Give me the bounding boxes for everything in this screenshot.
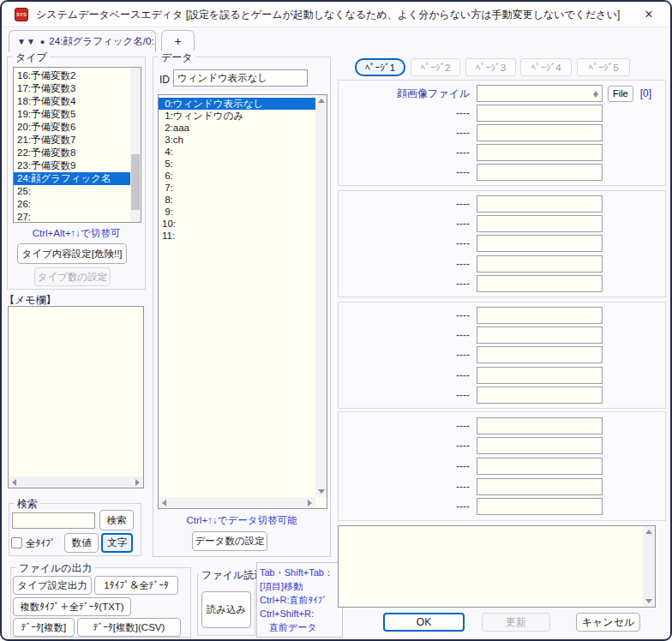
spinner-up-icon[interactable] (593, 88, 598, 94)
multi-type-all-data-txt-export-button[interactable]: 複数ﾀｲﾌﾟ＋全ﾃﾞｰﾀ(TXT) (13, 597, 131, 616)
scroll-left-arrow[interactable] (159, 497, 170, 508)
data-list-item[interactable]: 11: (159, 230, 327, 242)
type-switch-hint: Ctrl+Alt+↑↓で切替可 (7, 227, 146, 240)
scroll-down-arrow[interactable] (315, 486, 327, 497)
memo-textarea[interactable] (8, 306, 144, 488)
data-list-item[interactable]: 8: (159, 194, 327, 206)
scroll-up-arrow[interactable] (643, 526, 654, 537)
field-label: ---- (339, 127, 477, 139)
type-list[interactable]: 16:予備変数217:予備変数318:予備変数419:予備変数520:予備変数6… (13, 67, 141, 223)
field-input[interactable] (477, 458, 603, 475)
tab-page-2[interactable]: ﾍﾟｰｼﾞ2 (411, 58, 460, 76)
field-input[interactable] (477, 307, 603, 324)
field-input[interactable] (477, 367, 603, 384)
data-list-item[interactable]: 2:aaa (159, 122, 327, 134)
data-list-item[interactable]: 9: (159, 206, 327, 218)
scroll-left-arrow[interactable] (9, 476, 20, 488)
value-area-scrollbar[interactable] (643, 526, 655, 607)
type-list-item[interactable]: 19:予備変数5 (14, 108, 141, 121)
search-input[interactable] (12, 512, 95, 529)
data-multi-csv-export-button[interactable]: ﾃﾞｰﾀ[複数](CSV) (77, 618, 181, 637)
type-settings-export-button[interactable]: タイプ設定出力 (13, 576, 92, 595)
cancel-button[interactable]: キャンセル (576, 613, 640, 632)
field-input[interactable] (477, 275, 603, 292)
file-output-group-title: ファイルの出力 (16, 561, 94, 576)
tab-page-4[interactable]: ﾍﾟｰｼﾞ4 (520, 58, 572, 76)
field-input[interactable] (477, 417, 603, 434)
field-input[interactable] (477, 255, 603, 273)
type-content-settings-button[interactable]: タイプ内容設定[危険!!] (17, 243, 127, 264)
field-input[interactable] (477, 478, 603, 495)
type-list-item[interactable]: 24:顔グラフィック名 (14, 172, 141, 185)
scroll-right-arrow[interactable] (304, 497, 315, 508)
new-tab-button[interactable]: + (161, 30, 195, 51)
spinner-down-icon[interactable] (593, 94, 598, 100)
field-input[interactable] (477, 85, 603, 102)
field-label: ---- (339, 258, 477, 270)
scroll-up-arrow[interactable] (315, 95, 327, 106)
editor-tab-active[interactable]: ▼▼ ● 24:顔グラフィック名/0:... (9, 30, 156, 52)
scroll-right-arrow[interactable] (132, 476, 143, 488)
data-list-item[interactable]: 7: (159, 182, 327, 194)
data-id-input[interactable] (173, 69, 308, 87)
field-input[interactable] (477, 346, 603, 363)
field-input[interactable] (477, 386, 603, 404)
field-input[interactable] (477, 326, 603, 344)
data-count-settings-button[interactable]: データ数の設定 (192, 531, 267, 551)
type-list-item[interactable]: 20:予備変数6 (14, 121, 141, 134)
type-list-item[interactable]: 25: (14, 185, 141, 198)
type-list-item[interactable]: 26: (14, 198, 141, 211)
file-load-button[interactable]: 読み込み (201, 591, 251, 628)
type-list-scrollbar[interactable] (130, 68, 141, 222)
type-list-item[interactable]: 18:予備変数4 (14, 95, 141, 108)
tab-page-5[interactable]: ﾍﾟｰｼﾞ5 (577, 58, 630, 76)
search-button[interactable]: 検索 (99, 510, 134, 530)
field-input[interactable] (477, 144, 603, 161)
double-down-triangle-icon[interactable]: ▼▼ (17, 37, 36, 46)
data-multi-export-button[interactable]: ﾃﾞｰﾀ[複数] (13, 618, 75, 637)
field-label: ---- (339, 237, 477, 249)
field-input[interactable] (477, 105, 603, 122)
all-types-checkbox[interactable] (11, 537, 22, 548)
type-list-item[interactable]: 16:予備変数2 (14, 69, 141, 82)
value-textarea[interactable] (338, 525, 656, 608)
data-list[interactable]: 0:ウィンドウ表示なし 1:ウィンドウのみ 2:aaa 3:ch 4: 5: 6… (158, 94, 327, 509)
tab-page-3[interactable]: ﾍﾟｰｼﾞ3 (465, 58, 516, 76)
data-list-hscrollbar[interactable] (159, 497, 315, 508)
memo-hscrollbar[interactable] (9, 476, 143, 488)
field-input[interactable] (477, 195, 603, 213)
tab-page-1[interactable]: ﾍﾟｰｼﾞ1 (355, 58, 405, 76)
type-list-item[interactable]: 23:予備変数9 (14, 159, 141, 172)
text-search-button[interactable]: 文字 (101, 533, 133, 553)
field-input[interactable] (477, 164, 603, 181)
type-list-item[interactable]: 22:予備変数8 (14, 147, 141, 159)
data-list-item[interactable]: 5: (159, 158, 327, 170)
close-icon[interactable]: × (634, 3, 663, 26)
all-types-checkbox-label[interactable]: 全ﾀｲﾌﾟ (26, 537, 56, 550)
numeric-search-button[interactable]: 数値 (64, 533, 99, 553)
data-list-item[interactable]: 1:ウィンドウのみ (159, 110, 327, 122)
scroll-down-arrow[interactable] (643, 596, 654, 607)
spinner-control[interactable] (591, 87, 601, 100)
type-list-item[interactable]: 27: (14, 211, 141, 223)
data-list-item[interactable]: 3:ch (159, 134, 327, 146)
field-input[interactable] (477, 498, 603, 515)
data-list-item[interactable]: 0:ウィンドウ表示なし (159, 98, 327, 110)
field-input[interactable] (477, 215, 603, 232)
field-input[interactable] (477, 235, 603, 252)
field-label: ---- (339, 460, 477, 472)
data-list-item[interactable]: 10: (159, 218, 327, 230)
type-list-item[interactable]: 17:予備変数3 (14, 82, 141, 95)
scrollbar-thumb[interactable] (131, 154, 140, 210)
file-button[interactable]: File (608, 86, 633, 102)
field-input[interactable] (477, 437, 603, 454)
one-type-all-data-export-button[interactable]: 1ﾀｲﾌﾟ＆全ﾃﾞｰﾀ (94, 576, 178, 595)
data-list-item[interactable]: 6: (159, 170, 327, 182)
ok-button[interactable]: OK (383, 613, 465, 632)
field-input[interactable] (477, 124, 603, 141)
type-list-item[interactable]: 21:予備変数7 (14, 134, 141, 147)
title-bar: SYS システムデータベースエディタ [設定を誤るとゲームが起動しなくなるため、… (2, 2, 670, 27)
data-list-item[interactable]: 4: (159, 146, 327, 158)
data-list-vscrollbar[interactable] (315, 95, 327, 497)
shortcut-help: Tab・Shift+Tab：[項目]移動Ctrl+R:直前ﾀｲﾌﾟCtrl+Sh… (256, 562, 343, 638)
